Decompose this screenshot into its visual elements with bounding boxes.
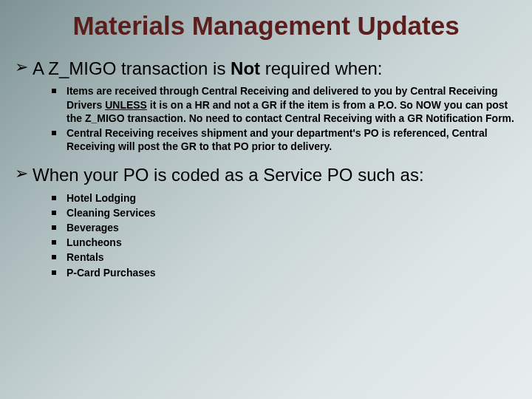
bullet-heading-0-text: A Z_MIGO transaction is Not required whe… [33,57,383,80]
square-icon [52,89,56,93]
square-icon [52,240,56,245]
list-item: Rentals [52,250,517,264]
list-item-text: Beverages [66,221,517,234]
list-item: Luncheons [52,236,517,249]
square-icon [52,270,56,275]
list-item-text: Hotel Lodging [66,191,517,205]
list-item-text: Central Receiving receives shipment and … [66,126,517,153]
list-item-text: P-Card Purchases [66,266,517,279]
arrow-icon: ➢ [15,57,28,78]
sub-list-1: Hotel Lodging Cleaning Services Beverage… [52,191,517,279]
bullet-heading-1-text: When your PO is coded as a Service PO su… [33,163,424,186]
heading-0-pre: A Z_MIGO transaction is [33,58,231,78]
heading-0-post: required when: [260,58,382,78]
list-item-text: Cleaning Services [66,206,517,219]
list-item: Central Receiving receives shipment and … [52,126,517,153]
square-icon [52,255,56,259]
page-title: Materials Management Updates [15,11,517,41]
slide: Materials Management Updates ➢ A Z_MIGO … [0,0,532,399]
heading-0-bold: Not [231,58,260,78]
list-item: Items are received through Central Recei… [52,84,517,125]
square-icon [52,225,56,230]
list-item-text: Items are received through Central Recei… [66,84,517,125]
list-item: Cleaning Services [52,206,517,219]
list-item-text: Luncheons [66,236,517,249]
heading-1-pre: When your PO is coded as a Service PO su… [33,165,424,185]
arrow-icon: ➢ [15,163,28,185]
list-item: Beverages [52,221,517,234]
list-item-text: Rentals [66,250,517,264]
square-icon [52,131,56,135]
list-item: P-Card Purchases [52,266,517,279]
bullet-heading-1: ➢ When your PO is coded as a Service PO … [15,163,517,186]
bullet-heading-0: ➢ A Z_MIGO transaction is Not required w… [15,57,517,80]
list-item: Hotel Lodging [52,191,517,205]
item-underline: UNLESS [105,99,147,111]
item-pre: Central Receiving receives shipment and … [66,127,488,152]
square-icon [52,196,56,200]
sub-list-0: Items are received through Central Recei… [52,84,517,153]
square-icon [52,211,56,215]
